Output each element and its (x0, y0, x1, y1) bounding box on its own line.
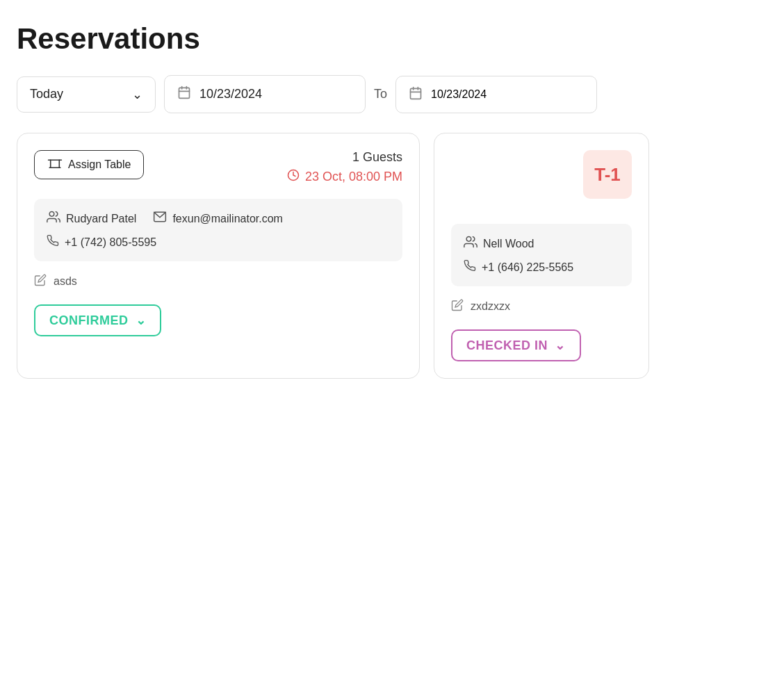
card-info-right-1: 1 Guests 23 Oct, 08:00 PM (287, 150, 402, 185)
guest-name-item-1: Rudyard Patel (47, 210, 136, 227)
status-button-1[interactable]: CONFIRMED ⌄ (34, 304, 161, 336)
guest-email-1: fexun@mailinator.com (172, 213, 283, 225)
svg-point-15 (466, 237, 471, 242)
cards-container: Assign Table 1 Guests 23 Oct, 08:00 PM (17, 133, 767, 379)
chevron-down-icon: ⌄ (132, 87, 142, 102)
page-title: Reservations (17, 22, 767, 56)
guest-name-1: Rudyard Patel (66, 213, 136, 225)
to-label: To (374, 87, 387, 101)
guest-name-row-2: Nell Wood (464, 235, 619, 252)
period-dropdown[interactable]: Today ⌄ (17, 76, 156, 113)
time-text-1: 23 Oct, 08:00 PM (305, 170, 402, 184)
svg-point-13 (49, 212, 54, 217)
table-badge-2: T-1 (583, 150, 632, 199)
guest-name-2: Nell Wood (483, 238, 534, 250)
guest-info-box-1: Rudyard Patel fexun@mailinator.com (34, 199, 402, 261)
svg-rect-4 (411, 88, 421, 99)
svg-rect-0 (179, 88, 190, 98)
edit-icon-2 (451, 299, 464, 314)
person-icon-1 (47, 210, 60, 227)
card-top-2: T-1 (451, 150, 632, 213)
notes-row-2: zxdzxzx (451, 299, 632, 314)
reservation-time-1: 23 Oct, 08:00 PM (287, 169, 402, 185)
guest-name-item-2: Nell Wood (464, 235, 534, 252)
assign-table-label: Assign Table (68, 158, 131, 171)
guest-info-box-2: Nell Wood +1 (646) 225-5565 (451, 224, 632, 286)
table-icon (47, 158, 63, 172)
date-from-value: 10/23/2024 (199, 87, 262, 101)
phone-icon-1 (47, 234, 59, 250)
status-chevron-2: ⌄ (555, 338, 566, 353)
date-to-value: 10/23/2024 (431, 88, 487, 101)
status-label-1: CONFIRMED (49, 313, 129, 328)
date-from-input[interactable]: 10/23/2024 (164, 75, 366, 113)
status-button-2[interactable]: CHECKED IN ⌄ (451, 329, 581, 361)
guest-name-row-1: Rudyard Patel fexun@mailinator.com (47, 210, 390, 227)
reservation-card-2: T-1 Nell Wood (434, 133, 649, 379)
phone-icon-2 (464, 259, 476, 275)
email-icon-1 (153, 210, 167, 227)
guest-phone-row-1: +1 (742) 805-5595 (47, 234, 390, 250)
guest-phone-item-1: +1 (742) 805-5595 (47, 234, 156, 250)
date-to-input[interactable]: 10/23/2024 (395, 76, 597, 113)
edit-icon-1 (34, 274, 47, 289)
calendar-from-icon (177, 85, 191, 103)
status-label-2: CHECKED IN (466, 338, 548, 353)
guest-phone-item-2: +1 (646) 225-5565 (464, 259, 573, 275)
notes-text-2: zxdzxzx (471, 300, 510, 313)
filter-bar: Today ⌄ 10/23/2024 To 10/23/2024 (17, 75, 767, 113)
assign-table-button[interactable]: Assign Table (34, 150, 144, 179)
card-top-1: Assign Table 1 Guests 23 Oct, 08:00 PM (34, 150, 402, 185)
guests-count-1: 1 Guests (287, 150, 402, 165)
notes-text-1: asds (54, 275, 77, 288)
person-icon-2 (464, 235, 477, 252)
status-chevron-1: ⌄ (136, 313, 147, 328)
clock-icon-1 (287, 169, 300, 185)
calendar-to-icon (409, 86, 423, 103)
notes-row-1: asds (34, 274, 402, 289)
guest-phone-2: +1 (646) 225-5565 (482, 261, 573, 274)
guest-phone-1: +1 (742) 805-5595 (65, 236, 156, 249)
guest-phone-row-2: +1 (646) 225-5565 (464, 259, 619, 275)
guest-email-item-1: fexun@mailinator.com (153, 210, 283, 227)
period-label: Today (30, 87, 63, 101)
reservation-card-1: Assign Table 1 Guests 23 Oct, 08:00 PM (17, 133, 420, 379)
